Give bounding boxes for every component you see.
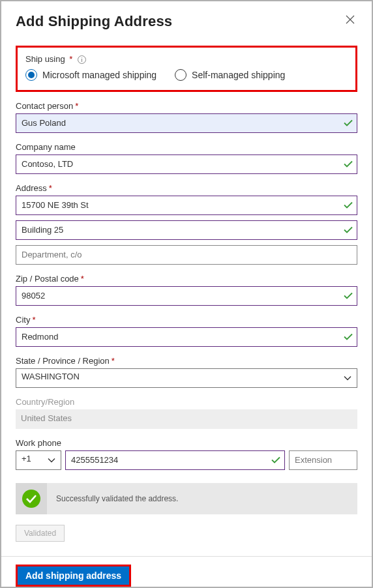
address-line1-input[interactable]: 15700 NE 39th St (16, 196, 357, 215)
check-icon (271, 457, 280, 464)
add-shipping-address-button[interactable]: Add shipping address (16, 565, 131, 587)
check-icon (344, 227, 353, 234)
footer-divider (1, 556, 372, 557)
country-label: Country/Region (16, 397, 357, 407)
state-label: State / Province / Region* (16, 356, 357, 366)
country-value: United States (16, 409, 357, 429)
required-marker: * (69, 54, 72, 64)
validation-success-banner: Successfully validated the address. (16, 483, 357, 514)
contact-person-input[interactable]: Gus Poland (16, 113, 357, 133)
check-icon (344, 293, 353, 300)
check-icon (344, 334, 353, 341)
panel-header: Add Shipping Address (16, 13, 357, 30)
work-phone-label: Work phone (16, 438, 357, 448)
company-name-input[interactable]: Contoso, LTD (16, 154, 357, 174)
city-input[interactable]: Redmond (16, 327, 357, 347)
panel-title: Add Shipping Address (16, 13, 172, 30)
company-name-label: Company name (16, 142, 357, 152)
success-icon-wrap (16, 483, 47, 514)
city-label: City* (16, 315, 357, 325)
work-phone-group: Work phone +1 4255551234 Extension (16, 438, 357, 470)
close-button[interactable] (343, 13, 357, 27)
phone-extension-input[interactable]: Extension (289, 450, 357, 470)
close-icon (346, 15, 355, 24)
contact-person-label: Contact person* (16, 101, 357, 111)
contact-person-group: Contact person* Gus Poland (16, 101, 357, 133)
address-label: Address* (16, 183, 357, 193)
chevron-down-icon (344, 374, 351, 383)
ship-using-label: Ship using * i (25, 54, 348, 64)
radio-microsoft-managed[interactable]: Microsoft managed shipping (25, 69, 157, 81)
chevron-down-icon (48, 456, 55, 465)
check-icon (344, 120, 353, 127)
address-group: Address* 15700 NE 39th St Building 25 De… (16, 183, 357, 265)
check-icon (344, 202, 353, 209)
radio-self-managed[interactable]: Self-managed shipping (175, 69, 285, 81)
success-check-icon (22, 490, 40, 508)
panel-footer: Add shipping address (16, 565, 357, 587)
ship-using-label-text: Ship using (25, 54, 65, 64)
validation-success-text: Successfully validated the address. (47, 483, 357, 514)
state-select[interactable]: WASHINGTON (16, 368, 357, 388)
ship-using-radio-group: Microsoft managed shipping Self-managed … (25, 69, 348, 81)
city-group: City* Redmond (16, 315, 357, 347)
country-group: Country/Region United States (16, 397, 357, 429)
zip-input[interactable]: 98052 (16, 286, 357, 306)
check-icon (344, 161, 353, 168)
radio-self-managed-label: Self-managed shipping (192, 70, 285, 80)
radio-microsoft-managed-label: Microsoft managed shipping (42, 70, 157, 80)
add-shipping-panel: Add Shipping Address Ship using * i Micr… (0, 0, 373, 588)
state-group: State / Province / Region* WASHINGTON (16, 356, 357, 388)
address-line2-input[interactable]: Building 25 (16, 220, 357, 240)
info-icon[interactable]: i (78, 55, 86, 64)
company-name-group: Company name Contoso, LTD (16, 142, 357, 174)
zip-group: Zip / Postal code* 98052 (16, 274, 357, 306)
zip-label: Zip / Postal code* (16, 274, 357, 284)
address-line3-input[interactable]: Department, c/o (16, 245, 357, 265)
validated-button: Validated (16, 525, 65, 542)
phone-number-input[interactable]: 4255551234 (65, 450, 285, 470)
ship-using-section: Ship using * i Microsoft managed shippin… (16, 46, 357, 92)
